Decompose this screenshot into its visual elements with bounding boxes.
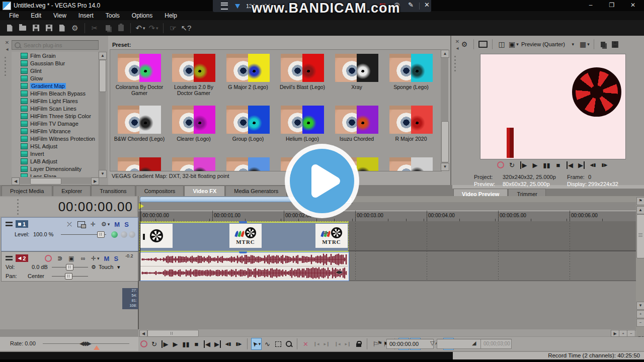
paste-icon[interactable] — [115, 22, 127, 34]
open-project-icon[interactable] — [17, 22, 29, 34]
plugin-item[interactable]: HitFilm TV Damage — [12, 120, 98, 127]
plugin-item[interactable]: HitFilm Vibrance — [12, 127, 98, 135]
preview-quality-value[interactable]: Preview (Quarter) — [521, 41, 565, 47]
drag-handle[interactable] — [454, 56, 456, 71]
loop-playback-icon[interactable]: ↻ — [508, 160, 516, 169]
save-project-icon[interactable] — [30, 22, 42, 34]
render-as-icon[interactable] — [56, 22, 68, 34]
pan-slider[interactable] — [65, 273, 72, 280]
playhead-cursor[interactable] — [140, 202, 140, 281]
scroll-left-icon[interactable]: ◀ — [139, 330, 147, 337]
zoom-out-track-icon[interactable]: − — [636, 319, 644, 327]
copy-snapshot-icon[interactable] — [598, 39, 609, 49]
compositing-icon[interactable] — [77, 220, 85, 228]
video-track-header[interactable]: 1 ⤫ ✛ ⚙▾ M S Level: 100.0 % — [1, 217, 138, 251]
automation-dropdown-icon[interactable]: ▾ — [117, 264, 120, 270]
tab-project-media[interactable]: Project Media — [2, 186, 52, 196]
delete-icon[interactable]: ✕ — [301, 338, 310, 349]
parent-composite-icon[interactable] — [121, 231, 127, 238]
menu-file[interactable]: File — [4, 11, 24, 20]
split-icon[interactable]: ❙◂ — [333, 338, 342, 349]
plugin-item[interactable]: Glint — [12, 67, 98, 74]
envelope-edit-tool-icon[interactable]: ∿ — [263, 338, 272, 349]
bandicam-pencil-icon[interactable]: ✎ — [408, 1, 414, 9]
scroll-up-icon[interactable]: ▲ — [99, 52, 107, 60]
loop-playback-icon[interactable]: ↻ — [149, 338, 159, 349]
audio-track-header[interactable]: ◀2 ⋑ ▣ ∞ ✛▾ M S -0.2 27:54:81:108: Vol: … — [1, 251, 138, 282]
copy-icon[interactable] — [102, 22, 114, 34]
overlays-grid-icon[interactable]: ▦▾ — [579, 39, 590, 49]
pause-icon[interactable]: ▮▮ — [542, 160, 551, 169]
composite-mode-icon[interactable] — [111, 231, 118, 238]
menu-edit[interactable]: Edit — [26, 11, 46, 20]
cursor-position-field[interactable]: 00:00:00.00 — [386, 339, 434, 349]
go-to-end-icon[interactable]: ▶ — [213, 338, 222, 349]
slip-icon[interactable]: ▸❙ — [343, 338, 353, 349]
play-icon[interactable]: ▶ — [531, 160, 539, 169]
solo-button[interactable]: S — [124, 221, 129, 228]
record-icon[interactable] — [139, 338, 148, 349]
timeline-tracks-area[interactable]: +3.00 00:00:00.0000:00:01.0000:00:02.000… — [138, 196, 644, 329]
restore-button[interactable]: ❐ — [603, 0, 620, 11]
arm-record-icon[interactable] — [45, 254, 52, 262]
scroll-down-icon[interactable]: ▼ — [99, 170, 107, 178]
bandicam-menu-icon[interactable] — [221, 3, 228, 10]
zoom-out-time-icon[interactable]: − — [627, 330, 635, 337]
scroll-right-icon[interactable]: ▶ — [611, 330, 619, 337]
plugin-item[interactable]: LAB Adjust — [12, 157, 98, 165]
timecode-display[interactable]: 00:00:00.00 — [0, 197, 137, 216]
next-frame-icon[interactable]: ▮▶ — [600, 160, 609, 169]
trim-end-icon[interactable]: ▸❙ — [322, 338, 332, 349]
scroll-up-icon[interactable]: ▲ — [636, 206, 644, 214]
plugin-item[interactable]: Lens Flare — [12, 172, 98, 177]
level-slider[interactable] — [97, 231, 105, 238]
timeline-top-scrollbar[interactable] — [138, 196, 644, 202]
scroll-up-icon[interactable]: ▲ — [441, 50, 449, 58]
volume-slider[interactable] — [66, 264, 73, 270]
previous-frame-icon[interactable]: ◀▮ — [589, 160, 597, 169]
automation-gear-icon[interactable]: ⚙ — [91, 264, 96, 270]
menu-options[interactable]: Options — [127, 11, 157, 20]
record-icon[interactable] — [496, 160, 505, 169]
minimize-track-icon[interactable] — [6, 222, 13, 223]
minimize-track-icon[interactable] — [6, 256, 13, 257]
plugin-item[interactable]: Gradient Map — [12, 82, 98, 89]
bandicam-pin-icon[interactable] — [235, 4, 240, 9]
rate-scrub-handle[interactable]: ◀◆▶ — [79, 340, 91, 347]
plugin-item[interactable]: Layer Dimensionality — [12, 165, 98, 172]
timeline-horizontal-scrollbar[interactable] — [138, 329, 636, 336]
plugin-item[interactable]: Invert — [12, 150, 98, 157]
drag-handle[interactable] — [5, 57, 7, 76]
pause-icon[interactable]: ▮▮ — [181, 338, 191, 349]
redo-icon[interactable]: ↷▾ — [147, 22, 159, 34]
plugin-item[interactable]: HitFilm Bleach Bypass — [12, 89, 98, 97]
zoom-in-track-icon[interactable]: + — [636, 310, 644, 318]
scroll-right-icon[interactable]: ▶ — [91, 177, 99, 185]
phase-icon[interactable]: ∞ — [79, 254, 87, 262]
scroll-left-icon[interactable]: ◀ — [12, 177, 20, 185]
whats-this-help-icon[interactable]: ↖? — [180, 22, 192, 34]
plugin-item[interactable]: Gaussian Blur — [12, 59, 98, 67]
track-number-badge[interactable]: 1 — [16, 220, 28, 228]
interaction-icon[interactable]: ☞ — [167, 22, 179, 34]
plugin-item[interactable]: Glow — [12, 74, 98, 82]
menu-tools[interactable]: Tools — [101, 11, 125, 20]
video-event-clip[interactable]: MTRC MTRC — [140, 222, 348, 252]
tab-transitions[interactable]: Transitions — [91, 186, 135, 196]
menu-help[interactable]: Help — [159, 11, 182, 20]
preview-quality-icon[interactable]: ▣▾ — [508, 39, 519, 49]
lock-event-icon[interactable] — [354, 338, 363, 349]
menu-view[interactable]: View — [48, 11, 71, 20]
mute-button[interactable]: M — [114, 221, 120, 228]
make-child-icon[interactable] — [129, 231, 135, 238]
video-play-overlay-button[interactable] — [284, 143, 360, 219]
plugin-search-input[interactable]: Search plug-ins — [12, 40, 99, 50]
track-fx-icon[interactable]: ✛ — [90, 220, 97, 228]
audio-event-clip[interactable] — [140, 252, 349, 281]
tab-explorer[interactable]: Explorer — [53, 186, 91, 196]
zoom-edit-tool-icon[interactable] — [284, 338, 293, 349]
plugin-item[interactable]: Film Grain — [12, 52, 98, 59]
stop-icon[interactable]: ■ — [192, 338, 201, 349]
drag-handle[interactable] — [17, 199, 19, 215]
time-ruler[interactable]: 00:00:00.0000:00:01.0000:00:02.0000:00:0… — [138, 211, 644, 222]
